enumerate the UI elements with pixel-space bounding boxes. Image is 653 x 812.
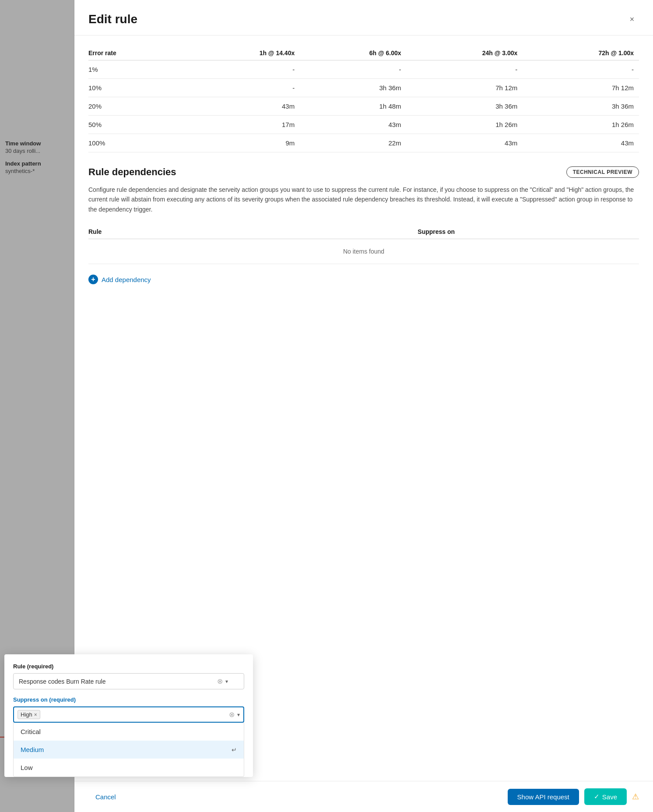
table-cell: 9m (184, 134, 300, 152)
deps-col-rule: Rule (88, 225, 234, 239)
deps-col-suppress: Suppress on (234, 225, 639, 239)
dropdown-item-medium-label[interactable]: Medium (21, 746, 44, 753)
rule-select-value: Response codes Burn Rate rule (19, 678, 217, 685)
enter-icon: ↵ (232, 746, 237, 753)
rule-select[interactable]: Response codes Burn Rate rule ⊗ ▾ (13, 673, 244, 689)
suppress-input[interactable] (43, 710, 228, 719)
rule-clear-icon[interactable]: ⊗ (217, 677, 223, 685)
high-tag: High × (18, 710, 40, 719)
rule-chevron-icon[interactable]: ▾ (225, 678, 228, 685)
table-row: 20%43m1h 48m3h 36m3h 36m (88, 97, 639, 116)
show-api-button[interactable]: Show API request (508, 789, 579, 805)
high-tag-remove[interactable]: × (34, 712, 37, 718)
col-24h: 24h @ 3.00x (407, 46, 523, 60)
table-cell: 3h 36m (300, 79, 406, 97)
table-row: 100%9m22m43m43m (88, 134, 639, 152)
table-cell: 50% (88, 116, 184, 134)
table-cell: 1h 48m (300, 97, 406, 116)
table-cell: 7h 12m (523, 79, 639, 97)
dropdown-item-medium[interactable]: Medium ↵ (14, 741, 244, 759)
table-row: 1%---- (88, 60, 639, 79)
table-cell: 43m (184, 97, 300, 116)
dropdown-item-low-label: Low (21, 764, 33, 771)
add-dependency-popup: Rule (required) Response codes Burn Rate… (4, 654, 253, 777)
table-row: No items found (88, 239, 639, 264)
suppress-dropdown: Critical Medium ↵ Low (13, 722, 244, 777)
error-rate-table: Error rate 1h @ 14.40x 6h @ 6.00x 24h @ … (88, 46, 639, 152)
table-cell: - (184, 79, 300, 97)
warning-icon: ⚠ (632, 792, 639, 801)
rule-dependencies-description: Configure rule dependencies and designat… (88, 185, 639, 214)
table-cell: 1% (88, 60, 184, 79)
rule-dependencies-title: Rule dependencies (88, 166, 176, 178)
table-row: 50%17m43m1h 26m1h 26m (88, 116, 639, 134)
close-button[interactable]: × (625, 12, 639, 26)
table-cell: 20% (88, 97, 184, 116)
table-cell: 100% (88, 134, 184, 152)
table-cell: - (523, 60, 639, 79)
dropdown-item-low[interactable]: Low (14, 759, 244, 777)
table-cell: 1h 26m (523, 116, 639, 134)
suppress-select[interactable]: High × ⊗ ▾ (13, 706, 244, 723)
col-error-rate: Error rate (88, 46, 184, 60)
modal-footer: Cancel Show API request ✓ Save ⚠ (74, 781, 653, 812)
table-cell: 7h 12m (407, 79, 523, 97)
suppress-field-label: Suppress on (required) (13, 696, 244, 703)
spacer (88, 298, 639, 482)
modal-title: Edit rule (88, 12, 137, 26)
col-6h: 6h @ 6.00x (300, 46, 406, 60)
add-dependency-label: Add dependency (102, 276, 151, 283)
suppress-clear-icon[interactable]: ⊗ (229, 710, 235, 719)
table-cell: 10% (88, 79, 184, 97)
tech-preview-badge: TECHNICAL PREVIEW (566, 166, 639, 178)
rule-dependencies-header: Rule dependencies TECHNICAL PREVIEW (88, 163, 639, 178)
dependencies-table: Rule Suppress on No items found (88, 225, 639, 264)
table-cell: 43m (407, 134, 523, 152)
footer-right: Show API request ✓ Save ⚠ (508, 788, 639, 805)
add-dependency-button[interactable]: + Add dependency (88, 268, 151, 291)
add-icon: + (88, 275, 98, 284)
rule-field-label: Rule (required) (13, 663, 244, 670)
save-label: Save (602, 793, 617, 801)
suppress-chevron-icon[interactable]: ▾ (237, 712, 240, 718)
col-1h: 1h @ 14.40x (184, 46, 300, 60)
table-cell: 22m (300, 134, 406, 152)
col-72h: 72h @ 1.00x (523, 46, 639, 60)
suppress-icons: ⊗ ▾ (229, 710, 240, 719)
high-tag-text: High (21, 711, 32, 718)
table-cell: - (300, 60, 406, 79)
table-cell: - (184, 60, 300, 79)
cancel-button[interactable]: Cancel (88, 789, 123, 805)
no-items-message: No items found (88, 239, 639, 264)
table-cell: 43m (300, 116, 406, 134)
table-cell: 3h 36m (407, 97, 523, 116)
table-cell: 1h 26m (407, 116, 523, 134)
save-button[interactable]: ✓ Save (584, 788, 627, 805)
dropdown-item-critical-label: Critical (21, 728, 41, 735)
table-cell: - (407, 60, 523, 79)
rule-select-icons: ⊗ ▾ (217, 677, 228, 685)
table-cell: 3h 36m (523, 97, 639, 116)
modal-header: Edit rule × (74, 0, 653, 35)
table-row: 10%-3h 36m7h 12m7h 12m (88, 79, 639, 97)
table-cell: 43m (523, 134, 639, 152)
save-check-icon: ✓ (594, 793, 600, 801)
table-cell: 17m (184, 116, 300, 134)
dropdown-item-critical[interactable]: Critical (14, 723, 244, 741)
